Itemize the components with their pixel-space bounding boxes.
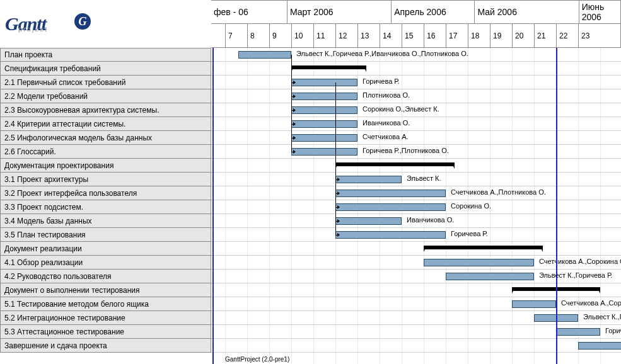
- task-row[interactable]: 4.2 Руководство пользователя: [0, 270, 211, 283]
- logo-badge-icon: G: [74, 13, 91, 30]
- chart-row[interactable]: Сорокина О.: [211, 200, 621, 214]
- task-bar[interactable]: [424, 259, 534, 266]
- summary-bar[interactable]: [291, 65, 366, 69]
- task-row[interactable]: 2.1 Первичный список требований: [0, 76, 211, 89]
- task-bar[interactable]: [335, 190, 446, 197]
- logo-subtitle: project: [18, 25, 48, 33]
- task-row[interactable]: Документ реализации: [0, 242, 211, 256]
- chart-row[interactable]: [211, 62, 621, 76]
- task-bar[interactable]: [578, 342, 621, 350]
- task-row[interactable]: Документ о выполнении тестирования: [0, 283, 211, 297]
- task-bar[interactable]: [335, 176, 402, 183]
- start-marker: [212, 48, 214, 364]
- task-assignees: Сорокина О.: [451, 202, 491, 210]
- task-assignees: Счетчикова А.: [363, 133, 409, 140]
- chart-row[interactable]: Горичева Р.,Плотникова О.: [211, 145, 621, 159]
- task-bar[interactable]: [335, 217, 402, 225]
- task-row[interactable]: 3.1 Проект архитектуры: [0, 173, 211, 186]
- task-row[interactable]: 5.3 Аттестационное тестирование: [0, 325, 211, 339]
- task-row[interactable]: 2.6 Глоссарий.: [0, 145, 211, 159]
- chart-row[interactable]: Счетчикова А.,Плотникова О.: [211, 186, 621, 200]
- task-list: План проектаСпецификация требований2.1 П…: [0, 48, 211, 364]
- chart-row[interactable]: Эльвест К.,Плотникова О.: [211, 311, 621, 325]
- week-header: 10: [291, 24, 313, 47]
- task-row[interactable]: 3.3 Проект подсистем.: [0, 200, 211, 214]
- month-header: Май 2006: [474, 1, 578, 23]
- task-row[interactable]: План проекта: [0, 48, 211, 62]
- month-header: Март 2006: [287, 1, 391, 23]
- week-header: 20: [512, 24, 534, 47]
- task-assignees: Горичева Р.,Иванчикова О.: [605, 327, 621, 334]
- footer-version: GanttProject (2.0-pre1): [225, 355, 289, 364]
- chart-row[interactable]: Счетчикова А.,Сорокина О.,Иванчикова О.: [211, 297, 621, 311]
- week-header: 23: [578, 24, 600, 47]
- chart-row[interactable]: Счетчикова А.,Сорокина О.,Иванчикова О.: [211, 256, 621, 270]
- task-bar[interactable]: [335, 203, 446, 211]
- task-bar[interactable]: [291, 134, 357, 142]
- chart-row[interactable]: [211, 159, 621, 173]
- chart-row[interactable]: Эльвест К.,Горичева Р.: [211, 270, 621, 283]
- month-header: Апрель 2006: [391, 1, 474, 23]
- task-bar[interactable]: [512, 300, 556, 308]
- task-assignees: Эльвест К.,Плотникова О.: [583, 313, 621, 321]
- week-header: 14: [380, 24, 402, 47]
- task-bar[interactable]: [556, 328, 600, 336]
- week-header: 8: [247, 24, 269, 47]
- week-header: [211, 24, 225, 47]
- chart-row[interactable]: Горичева Р.,Иванчикова О.: [211, 325, 621, 339]
- task-bar[interactable]: [291, 93, 357, 100]
- week-header: 7: [225, 24, 247, 47]
- task-row[interactable]: 3.5 План тестирования: [0, 228, 211, 242]
- chart-row[interactable]: Плотникова О.: [211, 89, 621, 103]
- chart-row[interactable]: Счетчикова А.: [211, 131, 621, 145]
- summary-bar[interactable]: [335, 162, 455, 166]
- task-row[interactable]: Документация проектирования: [0, 159, 211, 173]
- week-header: 22: [556, 24, 578, 47]
- chart-row[interactable]: Горичева Р.: [211, 228, 621, 242]
- task-row[interactable]: Спецификация требований: [0, 62, 211, 76]
- task-row[interactable]: 4.1 Обзор реализации: [0, 256, 211, 270]
- task-assignees: Плотникова О.: [363, 91, 410, 99]
- task-row[interactable]: 3.2 Проект интерфейса пользователя: [0, 186, 211, 200]
- task-bar[interactable]: [335, 231, 446, 239]
- task-row[interactable]: 2.2 Модели требований: [0, 89, 211, 103]
- chart-row[interactable]: Иванчикова О.: [211, 214, 621, 228]
- task-bar[interactable]: [291, 120, 357, 128]
- task-row[interactable]: 5.1 Тестирование методом белого ящика: [0, 297, 211, 311]
- timeline-header: фев - 06Март 2006Апрель 2006Май 2006Июнь…: [211, 0, 621, 48]
- task-bar[interactable]: [446, 273, 534, 280]
- chart-row[interactable]: Иванчикова О.: [211, 117, 621, 131]
- task-row[interactable]: 3.4 Модель базы данных: [0, 214, 211, 228]
- task-assignees: Горичева Р.: [451, 230, 488, 237]
- chart-row[interactable]: [211, 242, 621, 256]
- task-assignees: Эльвест К.: [407, 174, 441, 182]
- task-assignees: Сорокина О.,Эльвест К.: [363, 105, 439, 113]
- week-header: 21: [534, 24, 556, 47]
- week-header: 19: [490, 24, 512, 47]
- chart-row[interactable]: [211, 283, 621, 297]
- gantt-chart[interactable]: Эльвест К.,Горичева Р.,Иванчикова О.,Пло…: [211, 48, 621, 364]
- chart-row[interactable]: Эльвест К.: [211, 173, 621, 186]
- task-row[interactable]: 2.5 Инфологическая модель базы данных: [0, 131, 211, 145]
- chart-row[interactable]: Счетчикова А.: [211, 339, 621, 353]
- week-header: 18: [468, 24, 490, 47]
- summary-bar[interactable]: [424, 246, 543, 249]
- task-bar[interactable]: [291, 106, 357, 114]
- task-assignees: Иванчикова О.: [363, 119, 410, 127]
- task-bar[interactable]: [238, 51, 291, 59]
- chart-row[interactable]: Горичева Р.: [211, 76, 621, 89]
- task-row[interactable]: 5.2 Интеграционное тестирование: [0, 311, 211, 325]
- chart-row[interactable]: Сорокина О.,Эльвест К.: [211, 103, 621, 117]
- task-bar[interactable]: [291, 79, 357, 86]
- task-row[interactable]: 2.4 Критерии аттестации системы.: [0, 117, 211, 131]
- task-assignees: Счетчикова А.,Плотникова О.: [451, 188, 546, 196]
- task-row[interactable]: 2.3 Высокоуровневая архитектура системы.: [0, 103, 211, 117]
- task-row[interactable]: Завершение и сдача проекта: [0, 339, 211, 353]
- task-assignees: Счетчикова А.,Сорокина О.,Иванчикова О.: [561, 299, 621, 307]
- chart-row[interactable]: Эльвест К.,Горичева Р.,Иванчикова О.,Пло…: [211, 48, 621, 62]
- task-assignees: Иванчикова О.: [407, 216, 454, 224]
- month-header: фев - 06: [211, 1, 287, 23]
- task-assignees: Эльвест К.,Горичева Р.: [539, 271, 612, 279]
- task-bar[interactable]: [291, 148, 357, 156]
- week-header: 11: [313, 24, 335, 47]
